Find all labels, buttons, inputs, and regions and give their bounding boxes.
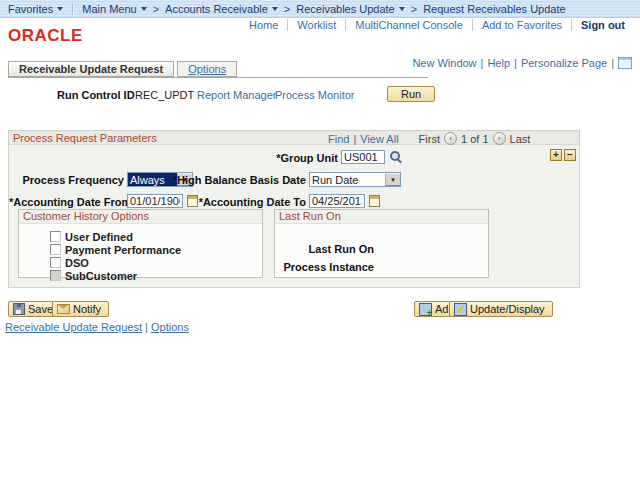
portal-header-links: Home Worklist MultiChannel Console Add t… bbox=[240, 19, 634, 31]
run-control-id-value: REC_UPDT bbox=[135, 89, 194, 101]
customer-history-options-box: Customer History Options User Defined Pa… bbox=[18, 209, 263, 278]
panel-title: Process Request Parameters bbox=[9, 132, 157, 144]
favorites-label: Favorites bbox=[8, 3, 53, 15]
save-disk-icon bbox=[13, 303, 25, 315]
add-page-icon bbox=[419, 303, 432, 316]
chevron-down-icon bbox=[272, 7, 278, 11]
chevron-down-icon bbox=[399, 7, 405, 11]
calendar-icon[interactable] bbox=[369, 195, 380, 207]
new-window-link[interactable]: New Window bbox=[412, 57, 476, 69]
grid-navigation: Find | View All First ‹ 1 of 1 › Last bbox=[328, 132, 530, 145]
customer-history-title: Customer History Options bbox=[19, 210, 149, 222]
tab-label: Receivable Update Request bbox=[19, 63, 163, 75]
subcustomer-checkbox bbox=[50, 270, 61, 281]
worklist-link[interactable]: Worklist bbox=[287, 19, 345, 31]
accounting-date-to-input[interactable] bbox=[309, 194, 365, 208]
link-separator: | bbox=[481, 57, 484, 69]
tab-receivable-update-request[interactable]: Receivable Update Request bbox=[8, 61, 174, 77]
breadcrumb-accounts-receivable[interactable]: Accounts Receivable bbox=[165, 3, 278, 15]
tab-options[interactable]: Options bbox=[177, 61, 237, 77]
footer-link-separator: | bbox=[145, 321, 148, 333]
payment-performance-checkbox[interactable] bbox=[50, 244, 61, 255]
nav-separator: | bbox=[353, 133, 356, 145]
payment-performance-label: Payment Performance bbox=[65, 244, 181, 256]
breadcrumb-receivables-update[interactable]: Receivables Update bbox=[296, 3, 404, 15]
save-button-label: Save bbox=[28, 303, 53, 315]
link-separator: | bbox=[514, 57, 517, 69]
previous-row-icon[interactable]: ‹ bbox=[444, 132, 457, 145]
accounting-date-from-label: *Accounting Date From bbox=[9, 196, 124, 208]
breadcrumb-bar: Favorites Main Menu > Accounts Receivabl… bbox=[0, 0, 640, 18]
process-monitor-link[interactable]: Process Monitor bbox=[275, 89, 354, 101]
home-link[interactable]: Home bbox=[240, 19, 287, 31]
view-all-link[interactable]: View All bbox=[360, 133, 398, 145]
group-unit-input[interactable] bbox=[341, 150, 385, 164]
high-balance-basis-date-label: *High Balance Basis Date bbox=[151, 174, 306, 186]
last-run-on-box: Last Run On Last Run On Process Instance bbox=[274, 209, 489, 278]
breadcrumb-separator: > bbox=[153, 3, 159, 15]
tab-label: Options bbox=[188, 63, 226, 75]
find-link[interactable]: Find bbox=[328, 133, 349, 145]
update-display-button-label: Update/Display bbox=[470, 303, 545, 315]
link-separator: | bbox=[611, 57, 614, 69]
next-row-icon[interactable]: › bbox=[493, 132, 506, 145]
run-button[interactable]: Run bbox=[387, 86, 435, 102]
breadcrumb-label: Accounts Receivable bbox=[165, 3, 268, 15]
footer-link-receivable-update-request[interactable]: Receivable Update Request bbox=[5, 321, 142, 333]
main-menu[interactable]: Main Menu bbox=[82, 3, 146, 15]
oracle-logo: ORACLE bbox=[8, 26, 83, 46]
envelope-icon bbox=[57, 304, 70, 314]
breadcrumb-separator: > bbox=[284, 3, 290, 15]
last-run-on-title: Last Run On bbox=[275, 210, 341, 222]
notify-button-label: Notify bbox=[73, 303, 101, 315]
multichannel-console-link[interactable]: MultiChannel Console bbox=[345, 19, 472, 31]
run-control-id-label: Run Control ID bbox=[57, 89, 135, 101]
run-button-label: Run bbox=[401, 88, 421, 100]
high-balance-basis-date-select[interactable]: Run Date ▼ bbox=[309, 172, 401, 187]
last-run-on-label: Last Run On bbox=[275, 243, 374, 255]
process-instance-label: Process Instance bbox=[275, 261, 374, 273]
chevron-down-icon bbox=[57, 7, 63, 11]
sign-out-link[interactable]: Sign out bbox=[571, 19, 634, 31]
dso-label: DSO bbox=[65, 257, 89, 269]
main-menu-label: Main Menu bbox=[82, 3, 136, 15]
footer-link-options[interactable]: Options bbox=[151, 321, 189, 333]
process-frequency-label: Process Frequency bbox=[9, 174, 124, 186]
divider bbox=[72, 3, 73, 15]
page-links: New Window | Help | Personalize Page | bbox=[412, 57, 632, 69]
breadcrumb-label: Request Receivables Update bbox=[423, 3, 565, 15]
group-box-header: Last Run On bbox=[275, 210, 488, 224]
dso-checkbox[interactable] bbox=[50, 257, 61, 268]
user-defined-checkbox[interactable] bbox=[50, 231, 61, 242]
chevron-down-icon bbox=[141, 7, 147, 11]
high-balance-basis-date-value: Run Date bbox=[310, 173, 385, 186]
group-box-header: Customer History Options bbox=[19, 210, 262, 224]
pencil-icon bbox=[454, 303, 467, 316]
first-label: First bbox=[419, 133, 440, 145]
breadcrumb-current-page: Request Receivables Update bbox=[423, 3, 565, 15]
breadcrumb-label: Receivables Update bbox=[296, 3, 394, 15]
favorites-menu[interactable]: Favorites bbox=[8, 3, 63, 15]
subcustomer-label: SubCustomer bbox=[65, 270, 137, 282]
lookup-magnifier-icon[interactable] bbox=[389, 151, 401, 163]
add-to-favorites-link[interactable]: Add to Favorites bbox=[472, 19, 571, 31]
tab-underline bbox=[8, 77, 428, 78]
process-request-parameters-panel: Process Request Parameters Find | View A… bbox=[8, 130, 580, 288]
tab-strip: Receivable Update Request Options bbox=[8, 61, 237, 77]
dropdown-arrow-icon[interactable]: ▼ bbox=[385, 173, 400, 186]
footer-page-links: Receivable Update Request | Options bbox=[5, 321, 189, 333]
update-display-button[interactable]: Update/Display bbox=[449, 301, 553, 317]
accounting-date-to-label: *Accounting Date To bbox=[151, 196, 306, 208]
page-indicator: 1 of 1 bbox=[461, 133, 489, 145]
user-defined-label: User Defined bbox=[65, 231, 133, 243]
help-link[interactable]: Help bbox=[487, 57, 510, 69]
breadcrumb-separator: > bbox=[411, 3, 417, 15]
copy-url-icon[interactable] bbox=[618, 57, 632, 69]
notify-button[interactable]: Notify bbox=[52, 301, 109, 317]
add-row-button[interactable]: + bbox=[550, 149, 562, 161]
report-manager-link[interactable]: Report Manager bbox=[197, 89, 277, 101]
delete-row-button[interactable]: − bbox=[564, 149, 576, 161]
group-unit-label: *Group Unit bbox=[238, 152, 338, 164]
last-label: Last bbox=[510, 133, 531, 145]
personalize-page-link[interactable]: Personalize Page bbox=[521, 57, 607, 69]
